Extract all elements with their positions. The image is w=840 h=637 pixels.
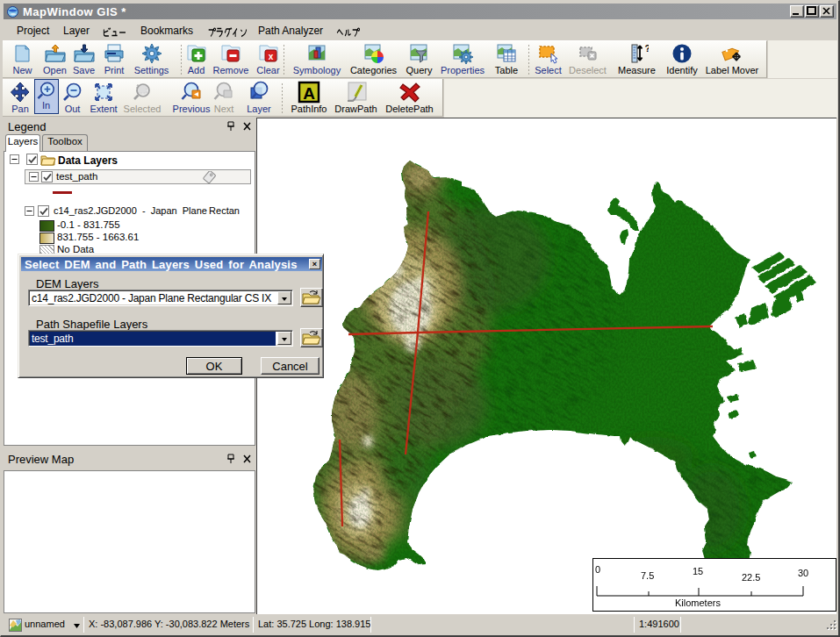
svg-text:x: x	[268, 52, 273, 61]
svg-text:A: A	[303, 84, 315, 103]
